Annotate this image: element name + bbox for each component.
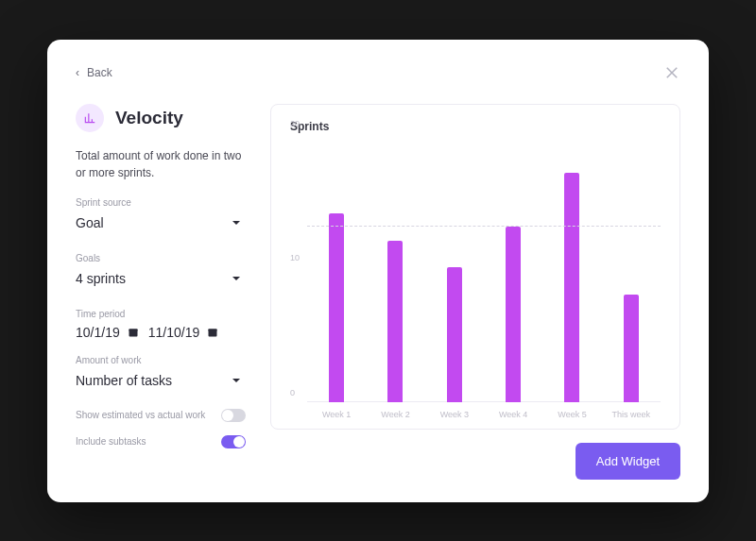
estimated-vs-actual-switch[interactable] [221,409,246,422]
field-label: Time period [76,309,246,319]
chart-bar [447,267,462,402]
end-date-input[interactable]: 11/10/19 [148,325,219,340]
add-widget-button[interactable]: Add Widget [576,443,680,480]
chart-card: Sprints 01020 Week 1Week 2Week 3Week 4We… [270,104,680,430]
back-label: Back [87,66,112,79]
field-label: Goals [76,253,246,263]
chevron-down-icon [232,379,240,382]
select-value: Number of tasks [76,373,172,388]
include-subtasks-switch[interactable] [221,435,246,448]
chart-bar [564,173,579,401]
field-goals: Goals 4 sprints [76,253,246,294]
calendar-icon [128,327,139,338]
field-time-period: Time period 10/1/19 11/10/19 [76,309,246,340]
chart-x-label: Week 1 [307,402,366,419]
close-icon [663,64,680,81]
amount-of-work-select[interactable]: Number of tasks [76,371,246,396]
chevron-left-icon: ‹ [76,67,79,78]
widget-title-row: Velocity [76,104,246,132]
chart-bar-column [484,133,542,402]
chart-x-label: Week 3 [425,402,484,419]
toggle-estimated-vs-actual: Show estimated vs actual work [76,409,246,422]
field-label: Amount of work [76,355,246,365]
select-value: Goal [76,215,104,230]
widget-description: Total amount of work done in two or more… [76,147,246,182]
chart-bar [329,213,344,402]
chart-y-tick: 10 [290,253,300,262]
chart-bar [506,227,521,401]
modal-header: ‹ Back [76,64,680,81]
chevron-down-icon [232,221,240,225]
chart-x-axis: Week 1Week 2Week 3Week 4Week 5This week [307,402,661,419]
svg-rect-1 [129,329,137,330]
goals-select[interactable]: 4 sprints [76,269,246,294]
back-button[interactable]: ‹ Back [76,66,112,79]
config-panel: Velocity Total amount of work done in tw… [76,104,246,480]
chart-bar-column [602,133,661,402]
chart-bar [624,295,639,402]
modal-footer: Add Widget [270,443,680,480]
toggle-label: Include subtasks [76,436,146,447]
chevron-down-icon [232,277,240,280]
widget-title: Velocity [115,108,183,128]
chart-plot-area: 01020 [307,133,661,402]
chart-x-label: Week 4 [484,402,542,419]
chart-x-label: Week 5 [542,402,601,419]
close-button[interactable] [663,64,680,81]
svg-rect-3 [209,329,217,330]
sprint-source-select[interactable]: Goal [76,213,246,238]
chart-bar-column [542,133,601,402]
date-value: 10/1/19 [76,325,120,340]
chart-x-label: This week [602,402,661,419]
toggle-label: Show estimated vs actual work [76,410,205,420]
start-date-input[interactable]: 10/1/19 [76,325,139,340]
chart-bar-column [425,133,484,402]
field-label: Sprint source [76,197,246,208]
select-value: 4 sprints [76,271,126,286]
date-value: 11/10/19 [148,325,200,340]
chart-x-label: Week 2 [366,402,424,419]
bar-chart-icon [83,111,96,125]
chart-bar-column [307,133,366,402]
toggle-include-subtasks: Include subtasks [76,435,246,448]
chart-bars [307,133,661,402]
field-sprint-source: Sprint source Goal [76,197,246,238]
field-amount-of-work: Amount of work Number of tasks [76,355,246,396]
calendar-icon [207,327,218,338]
chart-reference-line [307,226,661,227]
chart-y-tick: 0 [290,388,295,397]
velocity-icon [76,104,104,132]
chart-y-tick: 20 [290,119,300,128]
chart-bar-column [366,133,424,402]
widget-config-modal: ‹ Back Velocity Total amount of work don… [47,40,709,502]
chart-title: Sprints [290,120,661,133]
chart-bar [387,241,403,402]
preview-panel: Sprints 01020 Week 1Week 2Week 3Week 4We… [270,104,680,480]
